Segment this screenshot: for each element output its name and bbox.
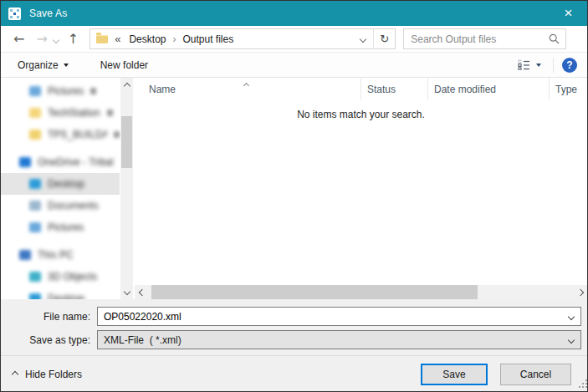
command-toolbar: Organize New folder ? (1, 53, 587, 78)
desktop-icon (29, 179, 41, 189)
view-dropdown-triangle-icon (536, 64, 541, 67)
dialog-footer: Hide Folders Save Cancel (1, 355, 587, 392)
breadcrumb-separator-icon[interactable]: › (169, 33, 179, 45)
help-icon[interactable]: ? (562, 58, 577, 73)
file-name-input[interactable] (98, 311, 562, 323)
sidebar-item-pictures[interactable]: Pictures (1, 216, 120, 238)
save-as-type-label: Save as type: (1, 334, 97, 346)
folder-icon (29, 130, 41, 140)
folder-icon (29, 108, 41, 118)
documents-icon (29, 201, 41, 211)
close-button[interactable]: × (550, 1, 587, 26)
empty-list-message: No items match your search. (135, 109, 587, 120)
list-header-row: Name Status Date modified Type (135, 78, 587, 100)
sort-ascending-icon (244, 79, 248, 90)
organize-button[interactable]: Organize (9, 53, 77, 77)
desktop-icon (29, 293, 41, 299)
sidebar-item-desktop[interactable]: Desktop (1, 173, 120, 195)
pin-icon (90, 88, 96, 94)
address-dropdown-chevron-icon[interactable] (353, 29, 373, 48)
app-icon (8, 8, 21, 20)
details-view-icon (518, 59, 530, 70)
content-area: Pictures TechStation TPS_BUILDAR OneDriv… (1, 78, 587, 299)
onedrive-icon (19, 157, 31, 167)
titlebar: Save As × (1, 1, 587, 26)
save-as-type-select[interactable]: XML-File ( *.xml) (97, 330, 581, 349)
new-folder-button[interactable]: New folder (92, 53, 156, 77)
chevron-up-icon (12, 370, 18, 377)
search-icon[interactable] (549, 33, 560, 44)
column-header-status[interactable]: Status (360, 78, 427, 100)
scroll-down-arrow-icon[interactable] (120, 285, 133, 298)
navigation-bar: ← → ↑ « Desktop › Output files ↻ (1, 26, 587, 53)
scroll-right-arrow-icon[interactable] (573, 285, 587, 299)
change-view-button[interactable] (511, 59, 548, 70)
sidebar-item-techstation[interactable]: TechStation (1, 102, 120, 124)
toolbar-separator (553, 58, 554, 73)
sidebar-item-desktop[interactable]: Desktop (1, 288, 120, 299)
resize-grip[interactable] (577, 381, 585, 389)
hide-folders-button[interactable]: Hide Folders (13, 369, 82, 380)
file-list-area: Name Status Date modified Type No items … (135, 78, 587, 299)
column-header-date-modified[interactable]: Date modified (427, 78, 549, 100)
pin-icon (114, 131, 120, 138)
folder-tree-sidebar: Pictures TechStation TPS_BUILDAR OneDriv… (1, 78, 135, 299)
recent-locations-chevron-icon[interactable] (54, 33, 59, 45)
address-bar[interactable]: « Desktop › Output files ↻ (89, 28, 396, 49)
file-name-dropdown-chevron-icon[interactable] (562, 314, 580, 319)
this-pc-icon (19, 250, 31, 260)
sidebar-item-documents[interactable]: Documents (1, 195, 120, 216)
save-button[interactable]: Save (421, 364, 488, 385)
up-button[interactable]: ↑ (62, 33, 84, 46)
dropdown-triangle-icon (64, 64, 69, 67)
sidebar-item-3d-objects[interactable]: 3D Objects (1, 266, 120, 288)
file-fields-area: File name: Save as type: XML-File ( *.xm… (1, 299, 587, 355)
sidebar-vertical-scrollbar[interactable] (120, 78, 133, 299)
window-title: Save As (29, 8, 67, 19)
horizontal-scrollbar[interactable] (135, 285, 587, 299)
save-as-type-dropdown-chevron-icon[interactable] (562, 338, 580, 343)
sidebar-item-tps-buildar[interactable]: TPS_BUILDAR (1, 124, 120, 145)
sidebar-scrollbar-thumb[interactable] (121, 116, 132, 168)
sidebar-item-pictures[interactable]: Pictures (1, 80, 120, 102)
cancel-button[interactable]: Cancel (500, 364, 571, 385)
save-as-dialog: Save As × ← → ↑ « Desktop › Output files… (0, 0, 588, 392)
pictures-icon (29, 86, 41, 96)
hide-folders-label: Hide Folders (25, 369, 82, 380)
refresh-icon[interactable]: ↻ (373, 29, 395, 48)
sidebar-item-this-pc[interactable]: This PC (1, 244, 120, 266)
forward-button[interactable]: → (30, 33, 53, 46)
3d-objects-icon (29, 272, 41, 282)
scroll-left-arrow-icon[interactable] (135, 285, 149, 299)
search-input[interactable] (404, 33, 549, 45)
breadcrumb-item-output-files[interactable]: Output files (179, 33, 237, 45)
save-as-type-value: XML-File ( *.xml) (98, 334, 562, 346)
search-box (403, 28, 566, 49)
folder-icon (96, 35, 108, 43)
column-header-type[interactable]: Type (549, 78, 587, 100)
scroll-up-arrow-icon[interactable] (120, 79, 133, 92)
horizontal-scrollbar-thumb[interactable] (151, 285, 478, 299)
file-name-combobox (97, 307, 581, 326)
file-name-label: File name: (1, 311, 97, 323)
sidebar-item-onedrive-tribal[interactable]: OneDrive - Tribal (1, 151, 120, 173)
back-button[interactable]: ← (8, 33, 30, 46)
pictures-icon (29, 222, 41, 232)
organize-label: Organize (18, 59, 59, 71)
new-folder-label: New folder (100, 59, 148, 71)
breadcrumb-item-desktop[interactable]: Desktop (125, 33, 169, 45)
breadcrumb-overflow-chevrons[interactable]: « (115, 33, 120, 45)
pin-icon (107, 109, 113, 116)
